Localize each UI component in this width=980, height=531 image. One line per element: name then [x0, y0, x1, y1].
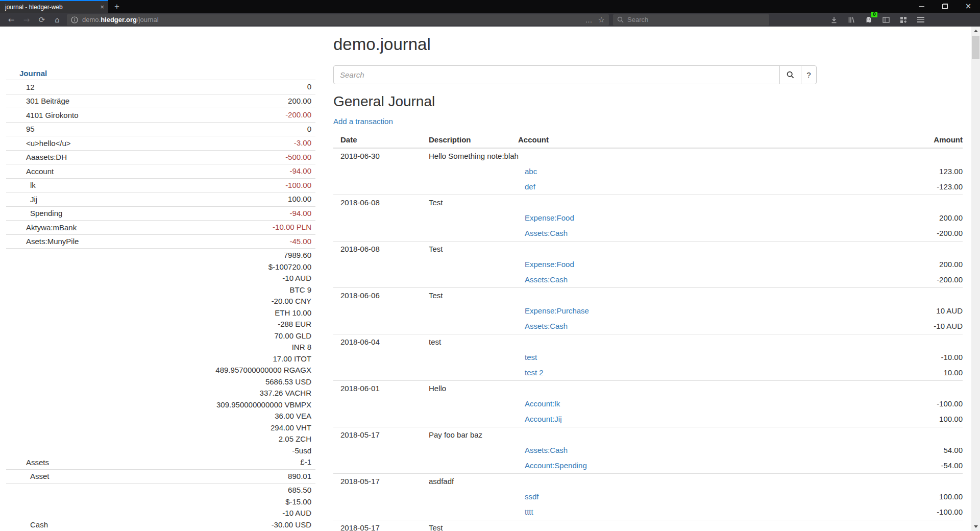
- bookmark-star-icon[interactable]: ☆: [598, 15, 605, 25]
- menu-button[interactable]: [913, 14, 928, 26]
- sidebar-toggle-button[interactable]: [878, 14, 894, 26]
- posting-amount: -10.00: [896, 350, 963, 365]
- posting-account-link[interactable]: tttt: [525, 504, 896, 520]
- back-button[interactable]: ←: [4, 14, 19, 26]
- page-scrollbar[interactable]: [971, 27, 980, 531]
- posting-line: Account:Spending-54.00: [333, 458, 963, 473]
- page-actions-icon[interactable]: …: [585, 16, 593, 24]
- posting-amount: -200.00: [896, 272, 963, 287]
- search-help-button[interactable]: ?: [801, 65, 817, 84]
- transaction-description: Hello Something note:blah: [429, 149, 963, 164]
- sidebar-account-link[interactable]: Aktywa:mBank: [6, 222, 77, 233]
- posting-account-link[interactable]: ssdf: [525, 489, 896, 504]
- scroll-up-arrow[interactable]: [971, 27, 980, 35]
- transaction-title-line: 2018-06-04 test: [333, 334, 963, 350]
- sidebar-account-balance: -200.00: [285, 109, 315, 121]
- url-bar[interactable]: demo.hledger.org/journal … ☆: [67, 14, 609, 26]
- transaction-title-line: 2018-05-17 Pay foo bar baz: [333, 427, 963, 443]
- posting-account-link[interactable]: Assets:Cash: [525, 319, 896, 334]
- sidebar-account-link[interactable]: 4101 Girokonto: [6, 110, 79, 121]
- transaction-description: asdfadf: [429, 474, 963, 489]
- new-tab-button[interactable]: +: [108, 0, 126, 13]
- posting-account-link[interactable]: Account:lk: [525, 396, 896, 412]
- posting-account-link[interactable]: Assets:Cash: [525, 443, 896, 458]
- search-input[interactable]: [333, 65, 780, 84]
- sidebar-account-balance: 200.00: [288, 95, 315, 107]
- screenshots-grid-button[interactable]: [896, 14, 911, 26]
- sidebar-account-link[interactable]: <u>hello</u>: [6, 138, 71, 149]
- browser-chrome: journal - hledger-web × + × ← → ⟳ ⌂ demo…: [0, 0, 980, 27]
- transaction-row[interactable]: 2018-06-08 Test Expense:Food200.00Assets…: [333, 242, 963, 288]
- transaction-date: 2018-06-30: [340, 149, 429, 164]
- close-window-button[interactable]: ×: [957, 0, 980, 13]
- add-transaction-link[interactable]: Add a transaction: [333, 117, 393, 126]
- sidebar-account-link[interactable]: Spending: [6, 208, 62, 219]
- sidebar-account-link[interactable]: Cash: [6, 519, 48, 530]
- sidebar-account-link[interactable]: 12: [6, 82, 35, 93]
- transaction-row[interactable]: 2018-06-01 Hello Account:lk-100.00Accoun…: [333, 381, 963, 427]
- transaction-description: Test: [429, 242, 963, 257]
- transaction-row[interactable]: 2018-05-17 Pay foo bar baz Assets:Cash54…: [333, 427, 963, 474]
- sidebar-account-link[interactable]: 301 Beiträge: [6, 95, 69, 107]
- transaction-row[interactable]: 2018-06-08 Test Expense:Food200.00Assets…: [333, 195, 963, 242]
- url-domain: hledger.org: [101, 16, 137, 23]
- sidebar-account-link[interactable]: Asset: [6, 471, 50, 482]
- posting-account-link[interactable]: test 2: [525, 365, 896, 380]
- account-balance-amount: -200.00: [285, 109, 311, 121]
- transaction-row[interactable]: 2018-05-17 asdfadf ssdf100.00tttt-100.00: [333, 474, 963, 520]
- posting-account-link[interactable]: abc: [525, 164, 896, 179]
- posting-account-link[interactable]: Expense:Food: [525, 210, 896, 226]
- home-button[interactable]: ⌂: [50, 14, 65, 26]
- search-submit-button[interactable]: [779, 65, 801, 84]
- library-button[interactable]: [844, 14, 859, 26]
- sidebar-account-balance: 890.01: [288, 471, 315, 482]
- sidebar-account-link[interactable]: Assets: [6, 457, 49, 468]
- posting-account-link[interactable]: Expense:Purchase: [525, 303, 896, 319]
- sidebar-account-link[interactable]: Aaasets:DH: [6, 152, 67, 163]
- url-actions: … ☆: [585, 15, 605, 25]
- sidebar-account-link[interactable]: Asets:MunyPile: [6, 236, 79, 247]
- account-balance-amount: 7989.60: [215, 250, 311, 261]
- transaction-row[interactable]: 2018-05-17 Test: [333, 520, 963, 531]
- download-button[interactable]: [826, 14, 842, 26]
- account-balance-amount: -10 AUD: [215, 273, 311, 284]
- sidebar-account-row: Asets:MunyPile -45.00: [6, 235, 315, 249]
- scroll-down-arrow[interactable]: [971, 522, 980, 531]
- info-icon: [71, 16, 78, 23]
- account-balance-amount: £-1: [215, 456, 311, 468]
- posting-account-link[interactable]: def: [525, 179, 896, 195]
- account-balance-amount: -94.00: [289, 165, 311, 177]
- sidebar-account-link[interactable]: 95: [6, 124, 35, 135]
- search-form: ?: [333, 65, 817, 84]
- posting-line: Assets:Cash-10 AUD: [333, 319, 963, 334]
- extension-button[interactable]: 0: [861, 14, 876, 26]
- sidebar-account-row: Aaasets:DH -500.00: [6, 151, 315, 165]
- browser-tab[interactable]: journal - hledger-web ×: [0, 0, 108, 13]
- tab-close-icon[interactable]: ×: [100, 4, 104, 10]
- restore-button[interactable]: [933, 0, 957, 13]
- posting-account-link[interactable]: Expense:Food: [525, 257, 896, 272]
- reload-button[interactable]: ⟳: [34, 14, 50, 26]
- sidebar-account-row: Spending -94.00: [6, 207, 315, 221]
- posting-account-link[interactable]: Assets:Cash: [525, 226, 896, 241]
- header-account: Account: [518, 132, 896, 148]
- journal-nav-link[interactable]: Journal: [19, 69, 47, 78]
- forward-button[interactable]: →: [19, 14, 34, 26]
- account-balance-amount: -20.00 CNY: [215, 296, 311, 307]
- transaction-row[interactable]: 2018-06-30 Hello Something note:blah abc…: [333, 149, 963, 195]
- sidebar-account-link[interactable]: Account: [6, 166, 54, 177]
- transaction-row[interactable]: 2018-06-06 Test Expense:Purchase10 AUDAs…: [333, 288, 963, 334]
- transaction-row[interactable]: 2018-06-04 test test-10.00test 210.00: [333, 334, 963, 381]
- browser-search-field[interactable]: Search: [613, 14, 769, 26]
- scrollbar-thumb[interactable]: [972, 36, 979, 59]
- sidebar-account-link[interactable]: lk: [6, 180, 36, 191]
- posting-account-link[interactable]: Account:Spending: [525, 458, 896, 473]
- posting-account-link[interactable]: Account:Jij: [525, 412, 896, 427]
- posting-account-link[interactable]: Assets:Cash: [525, 272, 896, 287]
- sidebar-account-link[interactable]: Jij: [6, 194, 37, 205]
- tab-title: journal - hledger-web: [5, 4, 97, 11]
- header-amount: Amount: [896, 132, 963, 148]
- posting-account-link[interactable]: test: [525, 350, 896, 365]
- account-balance-amount: -5usd: [215, 445, 311, 457]
- minimize-button[interactable]: [910, 0, 933, 13]
